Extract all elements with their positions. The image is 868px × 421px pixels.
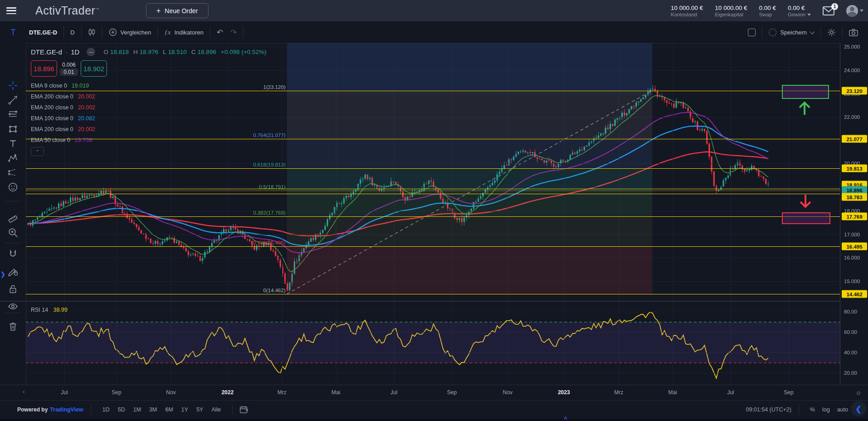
price-axis-label: 17.000 [844, 232, 860, 237]
rsi-legend[interactable]: RSI 14 38.99 [31, 307, 68, 313]
range-button-3m[interactable]: 3M [145, 405, 161, 415]
range-button-1y[interactable]: 1Y [177, 405, 192, 415]
panel-expand-caret[interactable]: ˄ [564, 415, 567, 421]
trademark: ™ [95, 7, 99, 11]
range-button-5y[interactable]: 5Y [192, 405, 207, 415]
panel-collapse-button[interactable]: ❮ [851, 401, 866, 416]
cursor-tool-icon[interactable] [0, 25, 23, 39]
fib-line[interactable] [26, 168, 840, 169]
level-price-chip: 19.813 [842, 165, 867, 172]
range-buttons: 1D5D1M3M6M1Y5YAlle [98, 405, 225, 415]
fib-line[interactable] [26, 216, 840, 217]
indicator-legend-row[interactable]: EMA 100 close 020.082 [31, 113, 267, 124]
pane-separator[interactable] [0, 301, 868, 302]
range-button-5d[interactable]: 5D [114, 405, 129, 415]
range-button-1d[interactable]: 1D [98, 405, 114, 415]
spread-pips: 0.01 [60, 69, 78, 76]
save-layout-button[interactable]: Speichern [762, 25, 820, 39]
undo-button[interactable]: ↶ [210, 25, 229, 39]
drawing-mode-icon[interactable] [6, 265, 19, 278]
fib-level-label: 0.5(18.791) [259, 184, 286, 190]
zoom-in-icon[interactable] [6, 226, 19, 239]
time-axis[interactable]: ‹ ☼ JulSepNov2022MrzMaiJulSepNov2023MrzM… [0, 385, 868, 401]
indicator-value: 19.706 [75, 137, 92, 143]
compare-button[interactable]: Vergleichen [102, 25, 158, 39]
forecast-icon[interactable] [6, 166, 19, 179]
chart-type-button[interactable] [82, 25, 102, 39]
range-button-6m[interactable]: 6M [161, 405, 177, 415]
camera-icon [849, 29, 858, 36]
indicator-legend-row[interactable]: EMA 9 close 019.019 [31, 80, 267, 91]
time-axis-label: Sep [112, 389, 121, 396]
shapes-icon[interactable] [6, 122, 19, 135]
fib-line[interactable] [26, 194, 840, 194]
buy-ask-button[interactable]: 18.902 [81, 60, 107, 77]
range-button-alle[interactable]: Alle [207, 405, 225, 415]
symbol-button[interactable]: DTE.GE-D [23, 25, 63, 39]
tradingview-link[interactable]: TradingView [50, 406, 83, 413]
fib-line[interactable] [26, 246, 840, 247]
new-order-button[interactable]: + Neue Order [146, 3, 209, 18]
redo-button[interactable]: ↷ [229, 25, 243, 39]
ruler-icon[interactable] [6, 211, 19, 224]
sell-arrow-icon [797, 194, 814, 209]
user-menu[interactable] [846, 5, 863, 17]
xabcd-pattern-icon[interactable] [6, 152, 19, 164]
sell-bid-button[interactable]: 18.896 [31, 60, 57, 77]
fib-line[interactable] [26, 294, 840, 294]
price-axis-label: 22.000 [844, 114, 860, 120]
screenshot-button[interactable] [843, 25, 868, 39]
mail-icon[interactable]: 1 [823, 6, 834, 15]
indicator-legend-row[interactable]: EMA 50 close 019.706 [31, 135, 267, 146]
square-icon [748, 29, 756, 36]
profit-block[interactable]: 0.00 € Gewinn [788, 5, 811, 17]
level-price-chip: 17.769 [842, 213, 867, 220]
chart-settings-button[interactable] [821, 25, 842, 39]
symbol-legend: DTE.GE-d · 1D — O18.818 H18.976 L18.510 … [31, 48, 267, 156]
stop-loss-box[interactable] [782, 212, 830, 224]
axis-settings-sun-icon[interactable]: ☼ [855, 388, 862, 396]
indicator-value: 20.082 [78, 115, 95, 122]
indicator-legend-row[interactable]: EMA 200 close 020.002 [31, 91, 267, 102]
legend-symbol[interactable]: DTE.GE-d [31, 48, 62, 56]
equity-label: Eigenkapital [715, 12, 747, 17]
price-axis-label: 16.000 [844, 255, 860, 260]
range-button-1m[interactable]: 1M [129, 405, 145, 415]
toolbar-divider [5, 313, 21, 313]
axis-collapse-icon[interactable]: ‹ [23, 388, 25, 395]
indicator-legend-row[interactable]: EMA 200 close 020.002 [31, 102, 267, 113]
watchlist-expander-icon[interactable]: ❯ [0, 266, 6, 282]
balance-block: 10 000.00 € Kontostand [671, 5, 703, 17]
hide-all-icon[interactable] [6, 300, 19, 313]
legend-collapse-icon[interactable]: — [87, 48, 95, 56]
legend-interval[interactable]: 1D [71, 48, 79, 56]
price-axis[interactable]: 25.00024.00023.00022.00021.00020.00019.0… [840, 43, 868, 385]
hamburger-menu-icon[interactable] [6, 7, 16, 14]
fib-line[interactable] [26, 189, 840, 189]
take-profit-box[interactable] [782, 85, 829, 99]
fib-line[interactable] [26, 191, 840, 191]
auto-scale-button[interactable]: auto [837, 406, 848, 413]
mail-badge: 1 [831, 3, 838, 10]
text-tool-icon[interactable] [6, 137, 19, 150]
remove-all-icon[interactable] [6, 320, 19, 333]
go-to-date-button[interactable] [240, 406, 248, 414]
legend-collapse-button[interactable]: ⌃ [31, 147, 44, 156]
indicator-name: EMA 50 close 0 [31, 137, 70, 143]
crosshair-icon[interactable] [6, 79, 19, 92]
indicator-legend-list: EMA 9 close 019.019EMA 200 close 020.002… [31, 80, 267, 146]
log-scale-button[interactable]: log [822, 406, 830, 413]
magnet-icon[interactable] [6, 248, 19, 260]
emoji-icon[interactable] [6, 181, 19, 193]
interval-button[interactable]: D [64, 25, 81, 39]
indicator-value: 20.002 [78, 104, 95, 111]
trend-line-icon[interactable] [6, 93, 19, 106]
lock-all-icon[interactable] [6, 283, 19, 295]
percent-scale-button[interactable]: % [810, 406, 815, 413]
fullscreen-button[interactable] [742, 25, 762, 39]
clock-label[interactable]: 09:01:54 (UTC+2) [746, 406, 791, 413]
fib-band [287, 191, 652, 216]
indicators-button[interactable]: ƒx Indikatoren [158, 25, 210, 39]
indicator-legend-row[interactable]: EMA 200 close 020.002 [31, 124, 267, 135]
fib-retracement-icon[interactable] [6, 108, 19, 121]
